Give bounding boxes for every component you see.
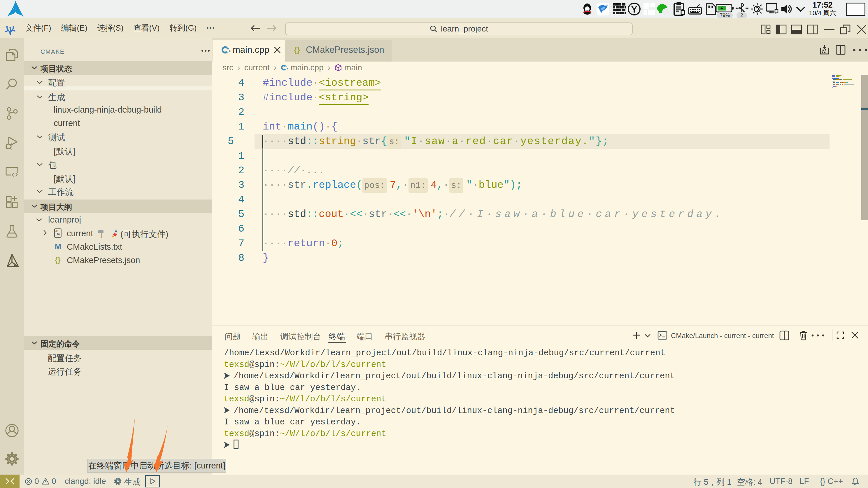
svg-text:{}: {} <box>294 45 300 54</box>
svg-text:10: 10 <box>57 233 60 236</box>
svg-text:01: 01 <box>55 230 59 233</box>
svg-text:M: M <box>55 242 61 250</box>
svg-text:{}: {} <box>55 256 61 264</box>
